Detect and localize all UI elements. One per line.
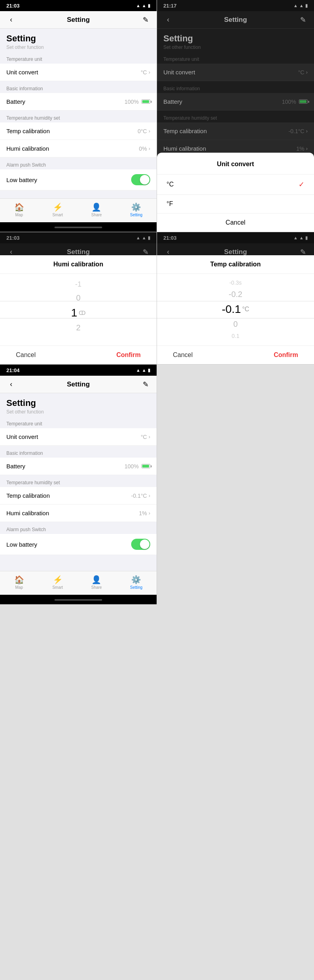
- modal-overlay-2: Unit convert °C ✓ °F Cancel: [157, 0, 314, 232]
- battery-label-5: Battery: [6, 463, 25, 470]
- low-battery-toggle-1[interactable]: [131, 174, 150, 185]
- modal-sheet-2: Unit convert °C ✓ °F Cancel: [157, 153, 314, 232]
- temp-cal-value-5: -0.1°C ›: [131, 493, 150, 499]
- picker-confirm-4[interactable]: Confirm: [274, 351, 298, 359]
- picker-item-neg03: -0.3s: [157, 278, 314, 287]
- setting-tab-icon-5: ⚙️: [131, 575, 141, 584]
- nav-title-5: Setting: [16, 380, 141, 388]
- section-basic-1: Basic information: [0, 81, 157, 93]
- tab-smart-5[interactable]: ⚡ Smart: [52, 575, 63, 590]
- unit-convert-value-1: °C ›: [141, 69, 150, 76]
- picker-item-0: 0: [0, 291, 157, 305]
- screen-4: 21:03 ▲ ▲ ▮ ‹ Setting ✎ Setting Set othe…: [157, 232, 314, 365]
- tab-map-1[interactable]: 🏠 Map: [14, 202, 24, 217]
- unit-convert-label-5: Unit convert: [6, 433, 38, 440]
- battery-status-icon-5: ▮: [148, 368, 150, 373]
- tab-share-label-1: Share: [91, 213, 102, 217]
- back-button-5[interactable]: ‹: [6, 380, 16, 388]
- tab-map-label-1: Map: [15, 213, 23, 217]
- picker-footer-3: Cancel Confirm: [0, 345, 157, 364]
- humi-cal-row-5[interactable]: Humi calibration 1% ›: [0, 505, 157, 522]
- edit-button-1[interactable]: ✎: [141, 16, 150, 24]
- picker-body-4[interactable]: -0.3s -0.2 -0.1 °C 0 0.1: [157, 274, 314, 345]
- tab-smart-label-5: Smart: [52, 585, 63, 590]
- toggle-knob-5: [140, 539, 149, 549]
- home-bar-5: [54, 599, 102, 601]
- battery-status-icon: ▮: [148, 3, 150, 8]
- edit-button-5[interactable]: ✎: [141, 380, 150, 389]
- share-tab-icon-5: 👤: [91, 575, 101, 584]
- unit-convert-row-5[interactable]: Unit convert °C ›: [0, 428, 157, 446]
- temp-cal-label-5: Temp calibration: [6, 492, 50, 499]
- tab-setting-5[interactable]: ⚙️ Setting: [130, 575, 142, 590]
- picker-cancel-4[interactable]: Cancel: [173, 351, 193, 359]
- screen-5: 21:04 ▲ ▲ ▮ ‹ Setting ✎ Setting Set othe…: [0, 365, 157, 604]
- tab-map-5[interactable]: 🏠 Map: [14, 575, 24, 590]
- temp-unit-display: °C: [242, 306, 249, 313]
- picker-footer-4: Cancel Confirm: [157, 345, 314, 364]
- temp-cal-row-1[interactable]: Temp calibration 0°C ›: [0, 122, 157, 140]
- nav-title-1: Setting: [16, 16, 141, 24]
- page-title-1: Setting: [6, 33, 150, 44]
- unit-convert-label-1: Unit convert: [6, 69, 38, 76]
- battery-value-5: 100%: [124, 463, 150, 470]
- tab-smart-label-1: Smart: [52, 213, 63, 217]
- picker-title-4: Temp calibration: [157, 255, 314, 274]
- battery-icon-5: [141, 464, 150, 468]
- tab-share-5[interactable]: 👤 Share: [91, 575, 102, 590]
- unit-convert-row-1[interactable]: Unit convert °C ›: [0, 64, 157, 81]
- picker-body-3[interactable]: -1 0 1 ↀ 2: [0, 274, 157, 345]
- low-battery-toggle-5[interactable]: [131, 539, 150, 550]
- tab-smart-1[interactable]: ⚡ Smart: [52, 202, 63, 217]
- section-humidity-5: Temperature humidity set: [0, 475, 157, 487]
- modal-title-2: Unit convert: [157, 161, 314, 168]
- humi-cal-value-5: 1% ›: [139, 510, 150, 516]
- signal-icon: ▲: [136, 3, 140, 8]
- tab-share-1[interactable]: 👤 Share: [91, 202, 102, 217]
- battery-row-1: Battery 100%: [0, 93, 157, 111]
- low-battery-row-5: Low battery: [0, 534, 157, 555]
- back-button-1[interactable]: ‹: [6, 16, 16, 24]
- picker-item-neg01-selected: -0.1 °C: [157, 301, 314, 317]
- modal-option-celsius[interactable]: °C ✓: [157, 174, 314, 194]
- picker-confirm-3[interactable]: Confirm: [116, 351, 141, 359]
- temp-cal-value-1: 0°C ›: [138, 128, 150, 134]
- status-icons-5: ▲ ▲ ▮: [136, 368, 150, 373]
- celsius-label: °C: [167, 181, 174, 188]
- setting-tab-icon-1: ⚙️: [131, 202, 141, 212]
- tab-bar-1: 🏠 Map ⚡ Smart 👤 Share ⚙️ Setting: [0, 198, 157, 222]
- picker-cancel-3[interactable]: Cancel: [16, 351, 36, 359]
- tab-setting-label-1: Setting: [130, 213, 142, 217]
- humi-cal-row-1[interactable]: Humi calibration 0% ›: [0, 140, 157, 157]
- section-alarm-1: Alarm push Switch: [0, 157, 157, 169]
- picker-cursor: ↀ: [79, 310, 85, 316]
- modal-cancel-2[interactable]: Cancel: [157, 213, 314, 232]
- low-battery-label-5: Low battery: [6, 541, 37, 548]
- section-temp-unit-5: Temperature unit: [0, 416, 157, 428]
- filler: [157, 365, 314, 604]
- picker-title-3: Humi calibration: [0, 255, 157, 274]
- toggle-knob-1: [140, 175, 149, 184]
- low-battery-label-1: Low battery: [6, 177, 37, 183]
- temp-cal-row-5[interactable]: Temp calibration -0.1°C ›: [0, 487, 157, 505]
- tab-setting-1[interactable]: ⚙️ Setting: [130, 202, 142, 217]
- map-tab-icon-1: 🏠: [14, 202, 24, 212]
- map-tab-icon-5: 🏠: [14, 575, 24, 584]
- humi-cal-value-1: 0% ›: [139, 146, 150, 152]
- screen-2: 21:17 ▲ ▲ ▮ ‹ Setting ✎ Setting Set othe…: [157, 0, 314, 232]
- tab-map-label-5: Map: [15, 585, 23, 590]
- picker-overlay-4: Temp calibration -0.3s -0.2 -0.1 °C 0 0.…: [157, 232, 314, 364]
- picker-item-2: 2: [0, 321, 157, 335]
- section-basic-5: Basic information: [0, 446, 157, 458]
- nav-bar-5: ‹ Setting ✎: [0, 376, 157, 393]
- section-temp-unit-1: Temperature unit: [0, 52, 157, 64]
- status-bar-1: 21:03 ▲ ▲ ▮: [0, 0, 157, 11]
- modal-option-fahrenheit[interactable]: °F: [157, 194, 314, 213]
- picker-overlay-3: Humi calibration -1 0 1 ↀ 2 Cancel Confi…: [0, 232, 157, 364]
- status-bar-5: 21:04 ▲ ▲ ▮: [0, 365, 157, 376]
- tab-bar-5: 🏠 Map ⚡ Smart 👤 Share ⚙️ Setting: [0, 571, 157, 595]
- wifi-icon: ▲: [142, 3, 146, 8]
- battery-row-5: Battery 100%: [0, 458, 157, 475]
- home-indicator-5: [0, 595, 157, 604]
- tab-setting-label-5: Setting: [130, 585, 142, 590]
